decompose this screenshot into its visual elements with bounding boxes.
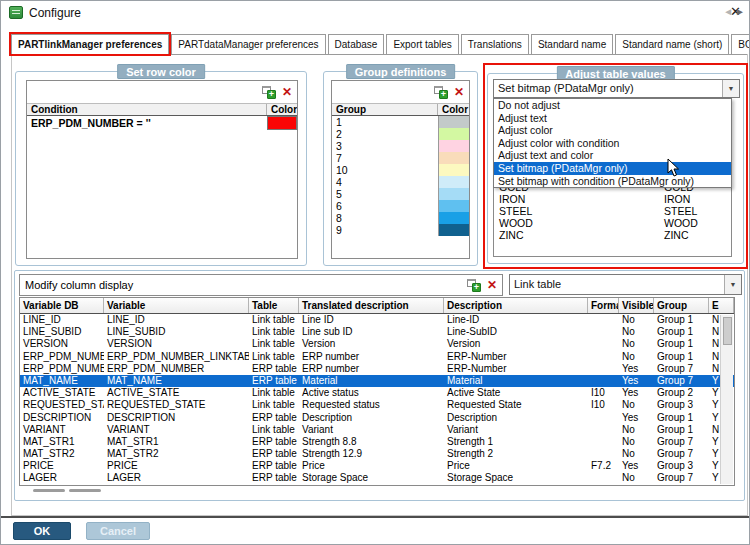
column-header-group[interactable]: Group bbox=[332, 104, 438, 115]
tab-translations[interactable]: Translations bbox=[461, 34, 529, 54]
condition-row[interactable]: ERP_PDM_NUMBER = '' bbox=[27, 116, 297, 130]
column-header-condition[interactable]: Condition bbox=[27, 104, 267, 115]
table-cell: Group 1 bbox=[654, 326, 709, 338]
resize-grip[interactable] bbox=[69, 489, 101, 492]
table-row[interactable]: MAT_STR2MAT_STR2ERP tableStrength 12.9St… bbox=[20, 448, 734, 460]
group-name: 2 bbox=[332, 128, 438, 140]
table-row[interactable]: LINE_SUBIDLINE_SUBIDLink tableLine sub I… bbox=[20, 326, 734, 338]
add-group-icon[interactable]: + bbox=[434, 86, 448, 99]
vertical-scrollbar[interactable] bbox=[720, 315, 733, 484]
table-cell: MAT_STR2 bbox=[20, 448, 104, 460]
delete-condition-icon[interactable]: ✕ bbox=[282, 86, 292, 98]
group-row[interactable]: 9 bbox=[332, 224, 469, 236]
add-condition-icon[interactable]: + bbox=[262, 86, 276, 99]
delete-column-icon[interactable]: ✕ bbox=[487, 279, 497, 291]
delete-group-icon[interactable]: ✕ bbox=[454, 86, 464, 98]
tab-export-tables[interactable]: Export tables bbox=[386, 34, 458, 54]
column-header-color[interactable]: Color bbox=[438, 104, 469, 115]
table-row[interactable]: MAT_STR1MAT_STR1ERP tableStrength 8.8Str… bbox=[20, 436, 734, 448]
color-swatch[interactable] bbox=[438, 188, 469, 200]
column-header-translated-description[interactable]: Translated description bbox=[299, 298, 444, 313]
color-swatch[interactable] bbox=[438, 140, 469, 152]
tab-standard-name-short[interactable]: Standard name (short) bbox=[615, 34, 729, 54]
color-swatch[interactable] bbox=[438, 164, 469, 176]
group-row[interactable]: 1 bbox=[332, 116, 469, 128]
condition-table: + ✕ Condition Color ERP_PDM_NUMBER = '' bbox=[26, 80, 298, 259]
color-swatch[interactable] bbox=[438, 212, 469, 224]
dropdown-option-set-bitmap-with-condition-pdatamgr-only[interactable]: Set bitmap with condition (PDataMgr only… bbox=[494, 175, 731, 188]
group-row[interactable]: 8 bbox=[332, 212, 469, 224]
column-header-visible[interactable]: Visible bbox=[619, 298, 654, 313]
group-row[interactable]: 7 bbox=[332, 152, 469, 164]
tab-bom-name[interactable]: BOM name bbox=[731, 34, 750, 54]
table-cell: MAT_NAME bbox=[20, 375, 104, 387]
table-cell: I10 bbox=[588, 387, 619, 399]
table-row[interactable]: MAT_NAMEMAT_NAMEERP tableMaterialMateria… bbox=[20, 375, 734, 387]
tab-database[interactable]: Database bbox=[328, 34, 385, 54]
chevron-down-icon[interactable]: ▼ bbox=[724, 275, 741, 294]
table-row[interactable]: ERP_PDM_NUMBERERP_PDM_NUMBERERP tableERP… bbox=[20, 363, 734, 375]
group-row[interactable]: 10 bbox=[332, 164, 469, 176]
tab-scroll-arrows: ◄► bbox=[723, 6, 745, 17]
tab-scroll-right-icon[interactable]: ► bbox=[735, 6, 745, 17]
table-cell: PRICE bbox=[20, 460, 104, 472]
table-row[interactable]: VERSIONVERSIONLink tableVersionVersionNo… bbox=[20, 338, 734, 350]
tab-partlinkmanager-preferences[interactable]: PARTlinkManager preferences bbox=[11, 34, 169, 54]
add-column-icon[interactable]: + bbox=[467, 279, 481, 292]
table-row[interactable]: ACTIVE_STATEACTIVE_STATELink tableActive… bbox=[20, 387, 734, 399]
tab-standard-name[interactable]: Standard name bbox=[531, 34, 613, 54]
table-row[interactable]: PRICEPRICEERP tablePricePriceF7.2YesGrou… bbox=[20, 460, 734, 472]
table-cell: ERP number bbox=[299, 363, 444, 375]
group-row[interactable]: 4 bbox=[332, 176, 469, 188]
color-swatch[interactable] bbox=[438, 128, 469, 140]
table-cell: No bbox=[619, 472, 654, 484]
group-row[interactable]: 6 bbox=[332, 200, 469, 212]
resize-grip[interactable] bbox=[33, 489, 65, 492]
tab-partdatamanager-preferences[interactable]: PARTdataManager preferences bbox=[171, 34, 325, 54]
table-filter-combobox[interactable]: Link table ▼ bbox=[509, 274, 742, 295]
column-header-format[interactable]: Format bbox=[588, 298, 619, 313]
table-row[interactable]: DESCRIPTIONDESCRIPTIONERP tableDescripti… bbox=[20, 412, 734, 424]
dropdown-option-do-not-adjust[interactable]: Do not adjust bbox=[494, 99, 731, 112]
column-header-e[interactable]: E bbox=[709, 298, 734, 313]
table-row[interactable]: ERP_PDM_NUMBERERP_PDM_NUMBER_LINKTABLELi… bbox=[20, 351, 734, 363]
group-name: 8 bbox=[332, 212, 438, 224]
chevron-down-icon[interactable]: ▼ bbox=[722, 80, 739, 97]
adjust-mode-combobox[interactable]: Set bitmap (PDataMgr only) ▼ bbox=[493, 79, 740, 98]
table-cell: Group 7 bbox=[654, 363, 709, 375]
table-row[interactable]: LINE_IDLINE_IDLink tableLine IDLine-IDNo… bbox=[20, 314, 734, 326]
column-header-group[interactable]: Group bbox=[654, 298, 709, 313]
group-row[interactable]: 3 bbox=[332, 140, 469, 152]
scrollbar-thumb[interactable] bbox=[723, 317, 732, 345]
tab-scroll-left-icon[interactable]: ◄ bbox=[723, 6, 733, 17]
group-row[interactable]: 2 bbox=[332, 128, 469, 140]
table-cell: ERP_PDM_NUMBER bbox=[104, 363, 249, 375]
dropdown-option-adjust-color[interactable]: Adjust color bbox=[494, 124, 731, 137]
color-swatch[interactable] bbox=[438, 176, 469, 188]
value-row[interactable]: ZINCZINC bbox=[494, 229, 731, 241]
group-name: 6 bbox=[332, 200, 438, 212]
ok-button[interactable]: OK bbox=[13, 522, 71, 540]
cancel-button[interactable]: Cancel bbox=[86, 522, 150, 540]
color-swatch[interactable] bbox=[438, 152, 469, 164]
table-row[interactable]: LAGERLAGERERP tableStorage SpaceStorage … bbox=[20, 472, 734, 484]
column-header-color[interactable]: Color bbox=[267, 104, 297, 115]
column-header-variable-db[interactable]: Variable DB bbox=[20, 298, 104, 313]
color-swatch[interactable] bbox=[438, 116, 469, 128]
column-header-description[interactable]: Description bbox=[444, 298, 588, 313]
dropdown-option-adjust-text[interactable]: Adjust text bbox=[494, 112, 731, 125]
value-row[interactable]: WOODWOOD bbox=[494, 217, 731, 229]
table-row[interactable]: REQUESTED_STATEREQUESTED_STATELink table… bbox=[20, 399, 734, 411]
column-header-variable[interactable]: Variable bbox=[104, 298, 249, 313]
dropdown-option-adjust-text-and-color[interactable]: Adjust text and color bbox=[494, 149, 731, 162]
color-swatch[interactable] bbox=[438, 224, 469, 236]
color-swatch[interactable] bbox=[438, 200, 469, 212]
value-row[interactable]: STEELSTEEL bbox=[494, 205, 731, 217]
color-swatch[interactable] bbox=[267, 116, 297, 130]
dropdown-option-set-bitmap-pdatamgr-only[interactable]: Set bitmap (PDataMgr only) bbox=[494, 162, 731, 175]
column-header-table[interactable]: Table bbox=[249, 298, 299, 313]
value-row[interactable]: IRONIRON bbox=[494, 193, 731, 205]
table-row[interactable]: VARIANTVARIANTLink tableVariantVariantNo… bbox=[20, 424, 734, 436]
dropdown-option-adjust-color-with-condition[interactable]: Adjust color with condition bbox=[494, 137, 731, 150]
group-row[interactable]: 5 bbox=[332, 188, 469, 200]
